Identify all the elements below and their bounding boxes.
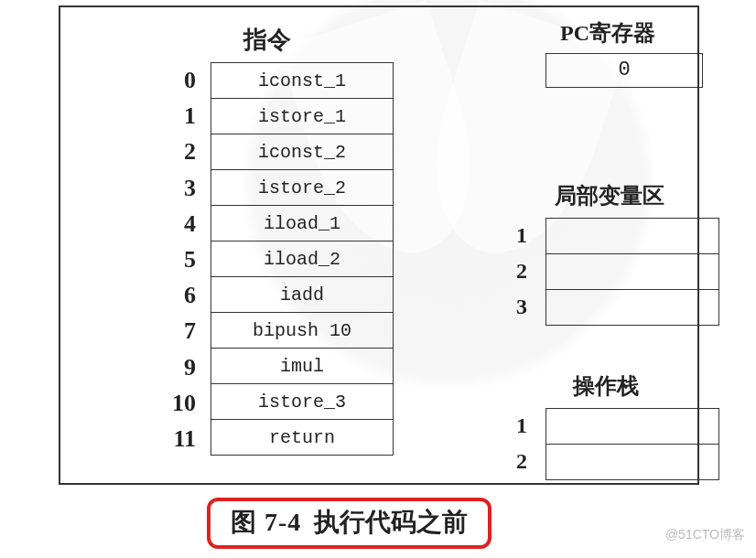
local-var-cell <box>546 290 719 326</box>
stack-cell <box>546 445 719 480</box>
instruction-cell: iconst_2 <box>211 134 394 170</box>
instruction-offsets: 0 1 2 3 4 5 6 7 9 10 11 <box>159 62 196 456</box>
offset: 10 <box>159 385 196 421</box>
offset: 11 <box>159 421 196 456</box>
offset: 3 <box>159 170 196 206</box>
figure-caption: 图 7-4 执行代码之前 <box>207 498 491 549</box>
offset: 5 <box>159 241 196 277</box>
local-var-cell <box>546 254 719 290</box>
offset: 6 <box>159 277 196 313</box>
local-idx: 1 <box>500 218 527 253</box>
stack-idx: 2 <box>500 444 527 479</box>
stack-cell <box>546 409 719 445</box>
local-idx: 2 <box>500 253 527 289</box>
instruction-cell: iload_2 <box>211 241 394 277</box>
operand-stack-table <box>545 408 719 480</box>
credit-watermark: @51CTO博客 <box>665 527 745 543</box>
stack-idx: 1 <box>500 408 527 444</box>
local-var-cell <box>546 219 719 254</box>
pc-register-header: PC寄存器 <box>560 18 655 48</box>
diagram-frame: 指令 0 1 2 3 4 5 6 7 9 10 11 iconst_1 isto… <box>59 5 699 485</box>
offset: 9 <box>159 349 196 385</box>
caption-text: 执行代码之前 <box>314 508 468 536</box>
operand-stack-indices: 1 2 <box>500 408 527 479</box>
instruction-cell: istore_3 <box>211 384 394 420</box>
instruction-cell: return <box>211 420 394 456</box>
local-vars-table <box>545 218 719 326</box>
instruction-cell: istore_2 <box>211 170 394 206</box>
offset: 2 <box>159 134 196 169</box>
offset: 7 <box>159 313 196 349</box>
local-idx: 3 <box>500 289 527 325</box>
instruction-cell: istore_1 <box>211 99 394 134</box>
instruction-cell: iload_1 <box>211 206 394 241</box>
caption-label: 图 7-4 <box>231 508 301 536</box>
instruction-cell: iconst_1 <box>211 63 394 99</box>
instruction-cell: bipush 10 <box>211 313 394 349</box>
instruction-table: iconst_1 istore_1 iconst_2 istore_2 iloa… <box>211 62 394 456</box>
instructions-header: 指令 <box>243 24 291 56</box>
pc-register-value: 0 <box>545 53 703 88</box>
local-vars-header: 局部变量区 <box>555 181 664 210</box>
operand-stack-header: 操作栈 <box>573 371 639 401</box>
instruction-cell: iadd <box>211 277 394 313</box>
offset: 0 <box>159 62 196 98</box>
offset: 1 <box>159 98 196 134</box>
instruction-cell: imul <box>211 349 394 384</box>
offset: 4 <box>159 206 196 241</box>
local-vars-indices: 1 2 3 <box>500 218 527 325</box>
